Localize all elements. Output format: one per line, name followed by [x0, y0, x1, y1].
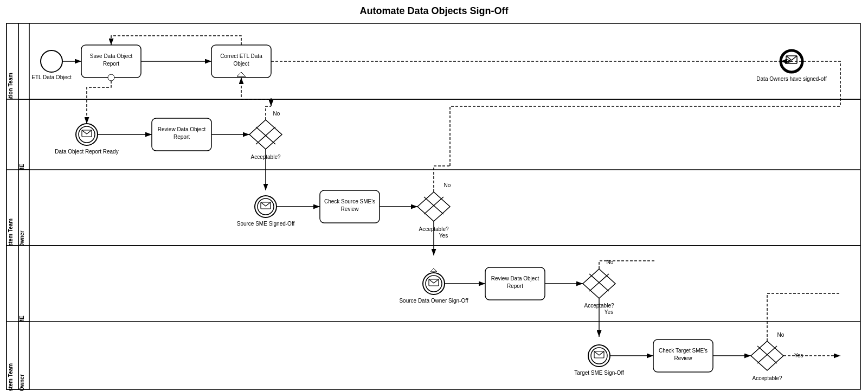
- source-sme-signed-off-label: Source SME Signed-Off: [237, 221, 295, 227]
- svg-rect-10: [18, 246, 29, 322]
- pool-label-target: Target System Team: [8, 363, 14, 391]
- svg-text:Report: Report: [103, 61, 119, 67]
- yes-label-source: Yes: [439, 233, 448, 239]
- source-data-owner-sign-off-label: Source Data Owner Sign-Off: [399, 298, 468, 304]
- svg-text:Report: Report: [173, 134, 190, 140]
- svg-rect-12: [18, 23, 29, 99]
- correct-etl-label: Correct ETL Data: [220, 53, 262, 59]
- etl-data-object-label: ETL Data Object: [31, 74, 72, 80]
- svg-text:Review: Review: [341, 206, 359, 212]
- yes-label-target: Yes: [605, 309, 613, 315]
- svg-text:Report: Report: [507, 283, 523, 289]
- no-label-sme: No: [273, 111, 280, 117]
- review-dor-target-label: Review Data Object: [491, 275, 539, 281]
- data-owners-signed-off-label: Data Owners have signed-off: [756, 76, 827, 82]
- svg-point-15: [108, 74, 114, 81]
- bpmn-diagram: Data Migration Team Source System Team T…: [5, 22, 862, 391]
- acceptable-gateway-target: [583, 269, 615, 298]
- svg-rect-7: [18, 99, 29, 170]
- etl-data-object-event: [41, 50, 62, 72]
- acceptable-target2-label: Acceptable?: [752, 375, 782, 381]
- diagram-container: Automate Data Objects Sign-Off Data Migr…: [0, 0, 868, 391]
- svg-text:Review: Review: [674, 355, 693, 361]
- lane-label-target-dataowner: Data Owner: [19, 374, 25, 391]
- target-sme-sign-off-label: Target SME Sign-Off: [574, 370, 624, 376]
- no-label-target2: No: [777, 332, 785, 338]
- acceptable-gateway-target2: [751, 341, 783, 370]
- acceptable-gateway-source: [417, 192, 450, 221]
- no-label-target: No: [607, 259, 614, 265]
- data-object-report-ready-label: Data Object Report Ready: [55, 149, 118, 155]
- no-label-source: No: [444, 182, 451, 188]
- review-dor-sme-label: Review Data Object: [158, 126, 206, 132]
- diagram-title: Automate Data Objects Sign-Off: [5, 5, 863, 17]
- check-source-smes-review-label: Check Source SME's: [324, 198, 375, 204]
- svg-text:Object: Object: [234, 61, 249, 67]
- svg-marker-39: [430, 268, 437, 272]
- check-target-smes-review-label: Check Target SME's: [659, 348, 708, 354]
- svg-rect-2: [7, 246, 860, 389]
- acceptable-gateway-sme: [249, 120, 282, 149]
- save-data-object-report-label: Save Data Object: [90, 53, 133, 59]
